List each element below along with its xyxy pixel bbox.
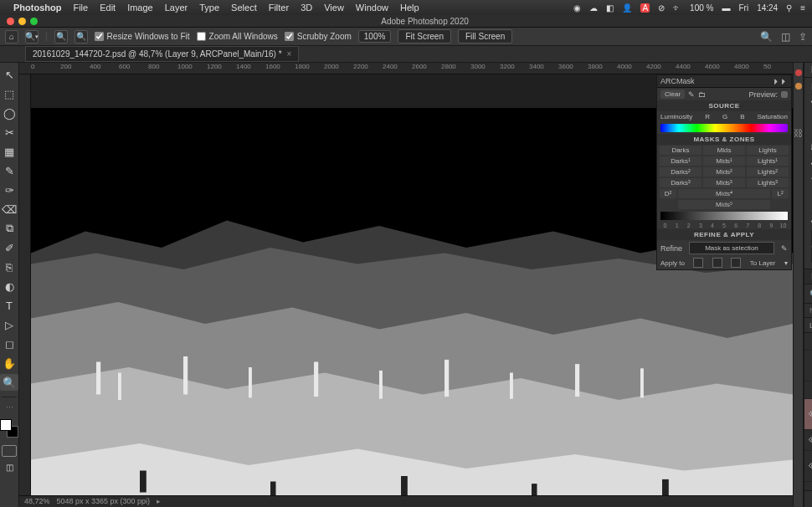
status-user-icon[interactable]: 👤 (622, 3, 632, 13)
status-dims[interactable]: 5048 px x 3365 px (300 ppi) (57, 497, 151, 506)
arcmask-mask-selection[interactable]: Mask as selection (689, 242, 774, 254)
menu-view[interactable]: View (324, 3, 344, 13)
document-tab[interactable]: 20161029_144720-2.psd @ 48,7% (Layer 9, … (25, 46, 299, 62)
window-zoom[interactable] (30, 18, 38, 25)
visibility-toggle[interactable]: 👁 (808, 409, 812, 419)
arcmask-refine-icon[interactable]: ✎ (781, 244, 788, 253)
close-tab-icon[interactable]: × (287, 49, 292, 59)
menu-image[interactable]: Image (127, 3, 153, 13)
arcmask-folder-icon[interactable]: 🗀 (698, 90, 706, 99)
arcmask-apply-1[interactable] (693, 258, 703, 268)
arcmask-r[interactable]: R (705, 113, 710, 120)
arcmask-darks[interactable]: Darks (660, 146, 702, 155)
zoom-tool[interactable]: 🔍 (0, 374, 18, 391)
menu-help[interactable]: Help (400, 3, 419, 13)
menu-window[interactable]: Window (356, 3, 388, 13)
layer-row-group-6[interactable]: ▸🗀Group 6 (804, 333, 812, 351)
lasso-tool[interactable]: ◯ (0, 105, 18, 121)
layer-row-layer-7[interactable]: Layer 7 (804, 351, 812, 382)
menu-type[interactable]: Type (199, 3, 219, 13)
quick-mask-toggle[interactable] (2, 445, 17, 457)
menu-3d[interactable]: 3D (301, 3, 312, 13)
status-cc-icon[interactable]: ◉ (573, 3, 581, 13)
status-zoom[interactable]: 48,72% (24, 497, 50, 506)
clone-tool[interactable]: ⌫ (0, 201, 18, 218)
status-dnd-icon[interactable]: ⊘ (658, 3, 665, 13)
layer-row-20161029_144615-2-cr2[interactable]: 👁20161029_144615-2.CR2 (804, 451, 812, 482)
marquee-tool[interactable]: ⬚ (0, 85, 18, 102)
arcmask-tolayer-label[interactable]: To Layer (750, 259, 776, 267)
arcmask-apply-3[interactable] (731, 258, 741, 268)
menu-edit[interactable]: Edit (100, 3, 116, 13)
frame-tool[interactable]: ▦ (0, 143, 18, 160)
menu-file[interactable]: File (73, 3, 88, 13)
arcmask-preview-toggle[interactable] (781, 91, 788, 98)
layer-row-group-5[interactable]: ▸🗀Group 5 (804, 382, 812, 399)
arc-l1[interactable]: Lights¹ (747, 156, 789, 166)
gradient-tool[interactable]: ⎘ (0, 259, 18, 275)
layer-row-layer-9[interactable]: 👁Layer 9 (804, 399, 812, 430)
tab-paths[interactable]: Paths (804, 269, 812, 284)
brush-tool[interactable]: ✑ (0, 182, 18, 198)
arc-d3[interactable]: Darks³ (660, 178, 702, 187)
scrubby-zoom-checkbox[interactable]: Scrubby Zoom (285, 32, 352, 41)
arc-dd2[interactable]: D² (660, 189, 676, 198)
path-tool[interactable]: ▷ (0, 316, 18, 333)
arc-d2[interactable]: Darks² (660, 167, 702, 177)
arc-m2[interactable]: Mids² (703, 167, 745, 177)
arcmask-luminosity[interactable]: Luminosity (660, 113, 692, 120)
arcmask-clear-button[interactable]: Clear (660, 90, 685, 99)
zoom-percent[interactable]: 100% (358, 30, 392, 43)
arcmask-saturation[interactable]: Saturation (757, 113, 787, 120)
arcmask-hue-strip[interactable] (660, 124, 788, 132)
resize-windows-checkbox[interactable]: Resize Windows to Fit (95, 32, 190, 41)
eyedropper-tool[interactable]: ✎ (0, 162, 18, 179)
screen-mode-icon[interactable]: ◫ (6, 463, 13, 472)
arcmask-dropdown-icon[interactable]: ▾ (784, 259, 788, 267)
eraser-tool[interactable]: ✐ (0, 239, 18, 256)
arcmask-brush-icon[interactable]: ✎ (688, 90, 695, 99)
menu-photoshop[interactable]: Photoshop (13, 3, 61, 13)
color-panel-icon[interactable] (795, 69, 802, 76)
fill-screen-button[interactable]: Fill Screen (458, 29, 512, 44)
battery-icon[interactable]: ▬ (722, 3, 730, 13)
arcmask-lights[interactable]: Lights (747, 146, 789, 155)
fit-screen-button[interactable]: Fit Screen (398, 29, 451, 44)
status-app-icon[interactable]: A (640, 3, 650, 13)
history-brush-tool[interactable]: ⧉ (0, 220, 18, 237)
arc-m3[interactable]: Mids³ (703, 178, 745, 187)
window-close[interactable] (7, 18, 14, 25)
type-tool[interactable]: T (0, 297, 18, 314)
visibility-toggle[interactable]: 👁 (808, 461, 812, 471)
wifi-icon[interactable]: ᯤ (673, 3, 681, 13)
share-icon[interactable]: ⇪ (799, 31, 807, 43)
tab-properties[interactable]: Properties (804, 63, 812, 77)
status-sync-icon[interactable]: ◧ (606, 3, 614, 13)
arc-m5[interactable]: Mids⁵ (678, 200, 770, 209)
spotlight-icon[interactable]: ⚲ (786, 3, 792, 13)
dodge-tool[interactable]: ◐ (0, 278, 18, 294)
move-tool[interactable]: ↖ (0, 66, 18, 83)
workspace-icon[interactable]: ◫ (781, 31, 790, 43)
arc-l2[interactable]: Lights² (747, 167, 789, 177)
home-icon[interactable]: ⌂ (5, 30, 18, 44)
arc-d1[interactable]: Darks¹ (660, 156, 702, 166)
arcmask-mids[interactable]: Mids (703, 146, 745, 155)
arc-m1[interactable]: Mids¹ (703, 156, 745, 166)
arcmask-gray-strip[interactable] (660, 212, 788, 220)
tool-preset-icon[interactable]: 🔍▾ (25, 30, 39, 44)
arcmask-g[interactable]: G (722, 113, 727, 120)
zoom-in-icon[interactable]: 🔍 (54, 30, 68, 44)
zoom-out-icon[interactable]: 🔍 (75, 30, 88, 44)
arc-ll2[interactable]: L² (772, 189, 789, 198)
status-caret-icon[interactable]: ▸ (157, 497, 161, 506)
layer-row-group-7[interactable]: 👁▸🗀Group 7 (804, 430, 812, 451)
chain-panel-icon[interactable]: ⛓ (794, 128, 803, 138)
edit-toolbar-icon[interactable]: ⋯ (6, 403, 13, 412)
hand-tool[interactable]: ✋ (0, 355, 18, 371)
menu-layer[interactable]: Layer (165, 3, 188, 13)
arcmask-collapse-icon[interactable]: ⏵⏵ (773, 77, 788, 85)
status-cloud-icon[interactable]: ☁ (589, 3, 598, 13)
visibility-toggle[interactable]: 👁 (808, 435, 812, 445)
siri-icon[interactable]: ≡ (800, 3, 805, 13)
